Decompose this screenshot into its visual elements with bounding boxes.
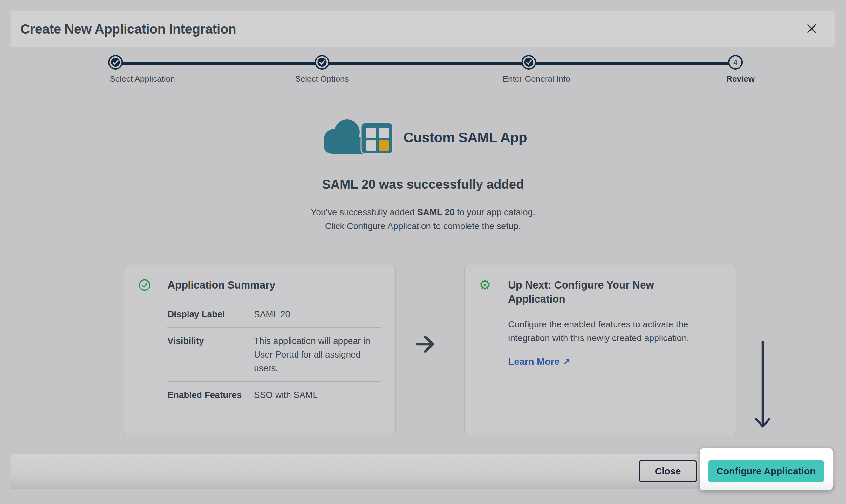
summary-table: Display Label SAML 20 Visibility This ap… xyxy=(167,301,381,408)
close-button[interactable] xyxy=(803,20,821,37)
step-complete-icon xyxy=(314,55,329,70)
learn-more-link[interactable]: Learn More↗ xyxy=(508,356,570,367)
create-app-integration-modal: Create New Application Integration Selec… xyxy=(0,0,846,504)
step-enter-general-info: Enter General Info xyxy=(495,55,562,84)
next-card-body: Configure the enabled features to activa… xyxy=(508,318,705,345)
gear-icon: ⚙ xyxy=(479,278,508,291)
stepper-track xyxy=(115,62,735,66)
success-heading: SAML 20 was successfully added xyxy=(0,177,846,192)
success-line1: You've successfully added SAML 20 to you… xyxy=(311,207,535,217)
right-arrow-icon xyxy=(415,334,437,355)
step-review: 4 Review xyxy=(721,55,750,84)
step-complete-icon xyxy=(522,55,536,70)
next-card-title: Up Next: Configure Your New Application xyxy=(508,278,692,306)
step-label: Review xyxy=(726,74,755,84)
step-label: Select Options xyxy=(295,74,349,84)
up-next-card: ⚙ Up Next: Configure Your New Applicatio… xyxy=(464,265,736,435)
step-select-application: Select Application xyxy=(83,55,148,84)
step-label: Select Application xyxy=(110,74,175,84)
app-logo-text: Custom SAML App xyxy=(403,130,527,146)
configure-application-button[interactable]: Configure Application xyxy=(708,460,824,482)
tour-spotlight: Configure Application xyxy=(700,448,833,490)
summary-row-visibility: Visibility This application will appear … xyxy=(167,327,381,381)
app-logo: Custom SAML App xyxy=(0,118,846,157)
step-complete-icon xyxy=(108,55,123,70)
modal-header: Create New Application Integration xyxy=(12,12,834,47)
wizard-stepper: Select Application Select Options Enter … xyxy=(0,49,846,94)
custom-saml-app-logo-icon xyxy=(319,118,395,157)
close-modal-button[interactable]: Close xyxy=(639,460,697,482)
step-select-options: Select Options xyxy=(295,55,349,84)
summary-row-enabled-features: Enabled Features SSO with SAML xyxy=(167,381,381,408)
summary-card-title: Application Summary xyxy=(167,278,275,292)
step-label: Enter General Info xyxy=(503,74,570,84)
success-check-icon xyxy=(138,278,167,293)
success-line2: Click Configure Application to complete … xyxy=(325,221,521,231)
success-description: You've successfully added SAML 20 to you… xyxy=(0,205,846,233)
external-link-icon: ↗ xyxy=(563,357,570,367)
summary-row-display-label: Display Label SAML 20 xyxy=(167,301,381,327)
step-current-icon: 4 xyxy=(728,55,743,70)
close-icon xyxy=(806,23,817,34)
application-summary-card: Application Summary Display Label SAML 2… xyxy=(124,265,396,435)
step-number: 4 xyxy=(734,58,737,66)
modal-title: Create New Application Integration xyxy=(20,22,236,37)
down-arrow-pointer-icon xyxy=(753,339,773,433)
